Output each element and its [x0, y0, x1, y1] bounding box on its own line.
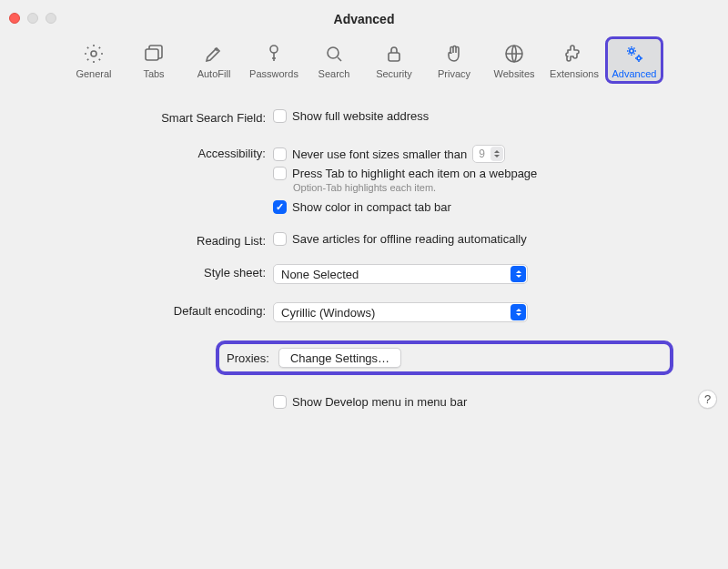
min-font-size-label: Never use font sizes smaller than	[292, 147, 467, 161]
default-encoding-value: Cyrillic (Windows)	[281, 306, 375, 320]
globe-icon	[503, 43, 525, 65]
accessibility-label: Accessibility:	[55, 145, 273, 160]
reading-list-label: Reading List:	[55, 232, 273, 248]
tab-label: AutoFill	[197, 68, 231, 79]
gears-icon	[623, 43, 645, 65]
key-icon	[263, 43, 285, 65]
svg-point-6	[630, 49, 633, 53]
gear-icon	[83, 43, 105, 65]
tab-label: Advanced	[612, 68, 657, 79]
window-controls	[9, 13, 56, 24]
tab-label: Extensions	[550, 68, 599, 79]
chevron-updown-icon	[490, 147, 503, 161]
style-sheet-select[interactable]: None Selected	[273, 264, 528, 284]
default-encoding-label: Default encoding:	[55, 302, 273, 318]
close-window-button[interactable]	[9, 13, 20, 24]
chevron-updown-icon	[511, 304, 526, 320]
save-offline-label: Save articles for offline reading automa…	[292, 232, 527, 246]
titlebar: Advanced	[0, 0, 728, 38]
svg-rect-1	[146, 49, 158, 60]
minimize-window-button[interactable]	[27, 13, 38, 24]
tab-label: Privacy	[438, 68, 470, 79]
show-color-compact-label: Show color in compact tab bar	[292, 200, 451, 214]
svg-point-3	[328, 47, 339, 58]
chevron-updown-icon	[511, 266, 526, 282]
default-encoding-select[interactable]: Cyrillic (Windows)	[273, 302, 528, 322]
preferences-toolbar: General Tabs AutoFill Passwords Search S…	[0, 36, 728, 93]
lock-icon	[383, 43, 405, 65]
style-sheet-label: Style sheet:	[55, 264, 273, 279]
help-button[interactable]: ?	[698, 390, 717, 409]
window-title: Advanced	[334, 12, 395, 26]
change-settings-button[interactable]: Change Settings…	[278, 348, 401, 368]
min-font-size-select[interactable]: 9	[472, 145, 505, 163]
search-icon	[323, 43, 345, 65]
svg-point-7	[637, 56, 641, 60]
tab-label: General	[76, 68, 111, 79]
tab-passwords[interactable]: Passwords	[245, 36, 303, 84]
puzzle-icon	[563, 43, 585, 65]
change-settings-label: Change Settings…	[290, 351, 389, 365]
tab-tabs[interactable]: Tabs	[125, 36, 183, 84]
tab-label: Passwords	[249, 68, 298, 79]
min-font-size-checkbox[interactable]	[273, 147, 287, 161]
tabs-icon	[143, 43, 165, 65]
option-tab-hint: Option-Tab highlights each item.	[273, 182, 673, 193]
advanced-form: Smart Search Field: Show full website ad…	[0, 93, 728, 409]
press-tab-label: Press Tab to highlight each item on a we…	[292, 167, 537, 180]
tab-label: Security	[376, 68, 412, 79]
tab-advanced[interactable]: Advanced	[605, 36, 663, 84]
save-offline-checkbox[interactable]	[273, 232, 287, 246]
style-sheet-value: None Selected	[281, 268, 359, 281]
tab-privacy[interactable]: Privacy	[425, 36, 483, 84]
tab-general[interactable]: General	[65, 36, 123, 84]
show-full-url-checkbox[interactable]	[273, 109, 287, 123]
press-tab-checkbox[interactable]	[273, 167, 287, 180]
tab-label: Search	[318, 68, 350, 79]
tab-extensions[interactable]: Extensions	[545, 36, 603, 84]
svg-rect-4	[389, 53, 399, 61]
show-develop-label: Show Develop menu in menu bar	[292, 395, 467, 409]
pencil-icon	[203, 43, 225, 65]
tab-websites[interactable]: Websites	[485, 36, 543, 84]
svg-point-2	[270, 46, 278, 53]
hand-icon	[443, 43, 465, 65]
proxies-label: Proxies:	[227, 351, 269, 365]
svg-point-0	[91, 51, 96, 56]
zoom-window-button[interactable]	[46, 13, 56, 24]
show-full-url-label: Show full website address	[292, 109, 429, 123]
min-font-size-value: 9	[479, 147, 485, 160]
proxies-highlight: Proxies: Change Settings…	[216, 340, 673, 375]
help-glyph: ?	[704, 392, 711, 406]
smart-search-label: Smart Search Field:	[55, 109, 273, 125]
show-develop-checkbox[interactable]	[273, 395, 287, 409]
tab-label: Tabs	[143, 68, 164, 79]
tab-search[interactable]: Search	[305, 36, 363, 84]
tab-label: Websites	[493, 68, 534, 79]
show-color-compact-checkbox[interactable]	[273, 200, 287, 214]
tab-autofill[interactable]: AutoFill	[185, 36, 243, 84]
tab-security[interactable]: Security	[365, 36, 423, 84]
